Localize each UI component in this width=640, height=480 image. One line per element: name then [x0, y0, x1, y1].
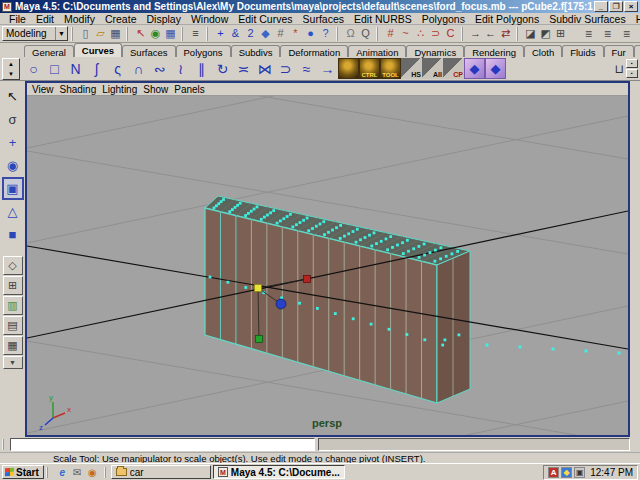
shelf-tab-fur[interactable]: Fur: [604, 45, 634, 57]
mask-rendering-icon[interactable]: ●: [303, 26, 318, 41]
shelf-tab-subdivs[interactable]: Subdivs: [231, 45, 281, 57]
panel-menu-item-panels[interactable]: Panels: [174, 84, 211, 95]
start-button[interactable]: Start: [2, 465, 44, 479]
ipr-render-icon[interactable]: ◩: [538, 26, 553, 41]
graphics-tray-icon[interactable]: ◆: [561, 467, 572, 478]
menu-set-selector[interactable]: Modeling ▼: [2, 26, 68, 41]
menu-item-surfaces[interactable]: Surfaces: [298, 13, 349, 25]
select-component-icon[interactable]: ▦: [163, 26, 178, 41]
shelf-up-icon[interactable]: ▲: [3, 59, 19, 69]
menu-item-display[interactable]: Display: [141, 13, 185, 25]
render-current-frame-icon[interactable]: ◪: [523, 26, 538, 41]
shelf-tab-animation[interactable]: Animation: [348, 45, 406, 57]
open-close-curve-icon[interactable]: ↻: [212, 58, 233, 79]
outlook-icon[interactable]: ✉: [71, 466, 84, 479]
panel-menu-item-lighting[interactable]: Lighting: [102, 84, 143, 95]
last-tool-icon[interactable]: ■: [2, 223, 24, 246]
scale-tool-icon[interactable]: ▣: [2, 177, 24, 200]
ui-toggle-bar-icon-1[interactable]: ≡: [581, 26, 596, 41]
nurbs-square-icon[interactable]: □: [44, 58, 65, 79]
lock-selection-icon[interactable]: Ω: [343, 26, 358, 41]
scale-manipulator-center-handle[interactable]: [255, 285, 262, 292]
shelf-tab-surfaces[interactable]: Surfaces: [122, 45, 176, 57]
menu-item-edit-nurbs[interactable]: Edit NURBS: [349, 13, 417, 25]
construction-history-icon[interactable]: ⇄: [498, 26, 513, 41]
ep-curve-tool-icon[interactable]: ʃ: [86, 58, 107, 79]
scale-manipulator-x-handle[interactable]: [304, 276, 311, 283]
snap-surface-icon[interactable]: ⊃: [428, 26, 443, 41]
layout-persp-graph-icon[interactable]: ▦: [3, 336, 23, 355]
crystal-cube-button-1[interactable]: ◆: [464, 58, 485, 79]
shelf-tab-rendering[interactable]: Rendering: [464, 45, 524, 57]
panel-menu-item-view[interactable]: View: [32, 84, 60, 95]
arc-tool-icon[interactable]: ∩: [128, 58, 149, 79]
task-button-car[interactable]: car: [111, 465, 211, 479]
mask-points-icon[interactable]: +: [213, 26, 228, 41]
shelf-tab-polygons[interactable]: Polygons: [176, 45, 231, 57]
align-curves-icon[interactable]: ∥: [191, 58, 212, 79]
menu-item-file[interactable]: File: [4, 13, 31, 25]
menu-item-edit[interactable]: Edit: [31, 13, 59, 25]
menu-item-edit-curves[interactable]: Edit Curves: [233, 13, 297, 25]
make-live-icon[interactable]: C: [443, 26, 458, 41]
gold-mel-button-1[interactable]: [338, 58, 359, 79]
shelf-tab-dynamics[interactable]: Dynamics: [406, 45, 464, 57]
layout-single-pane-icon[interactable]: ◇: [3, 256, 23, 275]
shelf-down-icon[interactable]: ▼: [3, 69, 19, 79]
rebuild-curve-icon[interactable]: ≈: [296, 58, 317, 79]
shelf-tab-cloth[interactable]: Cloth: [524, 45, 562, 57]
mask-deformers-icon[interactable]: #: [273, 26, 288, 41]
menu-item-edit-polygons[interactable]: Edit Polygons: [470, 13, 544, 25]
new-scene-icon[interactable]: ▯: [78, 26, 93, 41]
shelf-tab-fluids[interactable]: Fluids: [562, 45, 603, 57]
ie-icon[interactable]: e: [56, 466, 69, 479]
cut-curve-icon[interactable]: ≍: [233, 58, 254, 79]
snap-curve-icon[interactable]: ~: [398, 26, 413, 41]
shelf-tab-switcher[interactable]: ▲▼: [2, 58, 20, 80]
save-scene-icon[interactable]: ▦: [108, 26, 123, 41]
select-tool-icon[interactable]: ↖: [2, 85, 24, 108]
media-player-icon[interactable]: ◉: [86, 466, 99, 479]
ui-toggle-bar-icon-3[interactable]: ≡: [619, 26, 634, 41]
output-connections-icon[interactable]: ←: [483, 26, 498, 41]
box-side-face[interactable]: [437, 251, 470, 403]
layout-persp-outliner-icon[interactable]: ▥: [3, 296, 23, 315]
layout-hypershade-icon[interactable]: ▤: [3, 316, 23, 335]
nurbs-circle-icon[interactable]: ○: [23, 58, 44, 79]
mask-curves-icon[interactable]: 2: [243, 26, 258, 41]
perspective-viewport[interactable]: yxzpersp: [27, 96, 628, 435]
shelf-tab-general[interactable]: General: [24, 45, 74, 57]
curve-fillet-icon[interactable]: ⊃: [275, 58, 296, 79]
command-input[interactable]: [10, 438, 315, 451]
panel-menu-item-show[interactable]: Show: [143, 84, 174, 95]
open-scene-icon[interactable]: ▱: [93, 26, 108, 41]
mask-surfaces-icon[interactable]: ◆: [258, 26, 273, 41]
layout-popup-button[interactable]: ▼: [3, 356, 23, 369]
move-tool-icon[interactable]: +: [2, 131, 24, 154]
ui-toggle-bar-icon-2[interactable]: ≡: [600, 26, 615, 41]
quick-launch-grip[interactable]: [46, 467, 51, 478]
shelf-tab-deformation[interactable]: Deformation: [280, 45, 348, 57]
rotate-tool-icon[interactable]: ◉: [2, 154, 24, 177]
select-hierarchy-icon[interactable]: ↖: [133, 26, 148, 41]
display-tray-icon[interactable]: ▣: [574, 467, 585, 478]
crystal-cube-button-2[interactable]: ◆: [485, 58, 506, 79]
extend-curve-icon[interactable]: →: [317, 58, 338, 79]
command-line-grip[interactable]: [2, 439, 7, 450]
mask-misc-icon[interactable]: ?: [318, 26, 333, 41]
cv-curve-tool-icon[interactable]: N: [65, 58, 86, 79]
cp-button[interactable]: CP: [443, 58, 464, 79]
mask-mode-dropdown-icon[interactable]: ≡: [188, 26, 203, 41]
taskbar-grip[interactable]: [104, 467, 109, 478]
gold-mel-button-tool[interactable]: TOOL: [380, 58, 401, 79]
hs-button[interactable]: HS: [401, 58, 422, 79]
show-manipulator-tool-icon[interactable]: △: [2, 200, 24, 223]
task-button-maya-4-5-c-docume-[interactable]: MMaya 4.5: C:\Docume...: [213, 465, 345, 479]
mask-dynamics-icon[interactable]: *: [288, 26, 303, 41]
gold-mel-button-ctrl[interactable]: CTRL: [359, 58, 380, 79]
panel-menu-item-shading[interactable]: Shading: [60, 84, 103, 95]
scale-manipulator-y-handle[interactable]: [256, 336, 263, 343]
shelf-trash-icon[interactable]: ⊔: [615, 62, 624, 76]
all-button[interactable]: All: [422, 58, 443, 79]
menu-item-polygons[interactable]: Polygons: [417, 13, 470, 25]
